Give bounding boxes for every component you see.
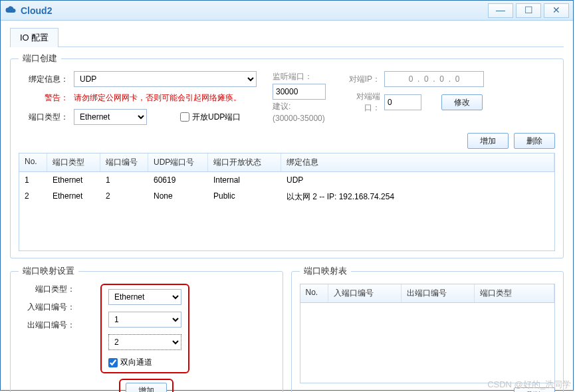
mcol-in: 入端口编号 bbox=[328, 284, 402, 302]
table-row[interactable]: 2 Ethernet 2 None Public 以太网 2 -- IP: 19… bbox=[19, 188, 554, 206]
delete-port-button[interactable]: 删除 bbox=[514, 133, 555, 149]
map-out-select[interactable]: 2 bbox=[108, 334, 181, 350]
col-port-type: 端口类型 bbox=[47, 153, 100, 171]
col-bind-info: 绑定信息 bbox=[281, 153, 554, 171]
dual-channel-checkbox[interactable]: 双向通道 bbox=[108, 357, 181, 368]
highlighted-inputs: Ethernet 1 2 双向通道 bbox=[100, 284, 189, 373]
window-title: Cloud2 bbox=[21, 5, 52, 16]
close-button[interactable]: ✕ bbox=[544, 3, 569, 18]
map-table: No. 入端口编号 出端口编号 端口类型 bbox=[300, 284, 556, 383]
col-open-state: 端口开放状态 bbox=[208, 153, 281, 171]
advice-label: 建议: bbox=[273, 101, 326, 112]
port-map-table-legend: 端口映射表 bbox=[300, 265, 351, 277]
open-udp-label: 开放UDP端口 bbox=[192, 112, 241, 123]
col-port-num: 端口编号 bbox=[100, 153, 148, 171]
map-out-label: 出端口编号： bbox=[19, 320, 75, 331]
add-port-button[interactable]: 增加 bbox=[467, 133, 509, 149]
dual-channel-label: 双向通道 bbox=[120, 357, 152, 368]
dual-channel-checkbox-input[interactable] bbox=[108, 358, 118, 367]
app-logo-icon bbox=[5, 5, 17, 17]
advice-text: (30000-35000) bbox=[273, 114, 326, 123]
port-map-table-group: 端口映射表 No. 入端口编号 出端口编号 端口类型 删除 bbox=[291, 265, 564, 392]
peer-ip-input[interactable] bbox=[384, 71, 484, 87]
listen-port-label: 监听端口： bbox=[273, 71, 326, 82]
port-create-group: 端口创建 绑定信息： UDP 警告： 请勿绑定公网网卡，否则可能会引起网络瘫痪。… bbox=[10, 52, 564, 258]
bind-label: 绑定信息： bbox=[19, 74, 68, 85]
peer-port-label: 对端端口： bbox=[342, 91, 380, 114]
port-type-label: 端口类型： bbox=[19, 112, 68, 123]
tab-bar: IO 配置 bbox=[10, 27, 564, 47]
port-map-config-legend: 端口映射设置 bbox=[19, 265, 78, 277]
minimize-button[interactable]: — bbox=[488, 3, 513, 18]
mcol-no: No. bbox=[300, 284, 328, 302]
peer-port-input[interactable] bbox=[384, 94, 421, 110]
peer-ip-label: 对端IP： bbox=[342, 74, 380, 85]
port-table: No. 端口类型 端口编号 UDP端口号 端口开放状态 绑定信息 1 Ether… bbox=[19, 153, 555, 251]
map-type-label: 端口类型： bbox=[19, 284, 75, 295]
modify-button[interactable]: 修改 bbox=[441, 94, 483, 110]
maximize-button[interactable]: ☐ bbox=[516, 3, 541, 18]
watermark: CSDN @好的_浩同学 bbox=[487, 379, 571, 391]
map-in-label: 入端口编号： bbox=[19, 302, 75, 313]
highlighted-add: 增加 bbox=[119, 379, 173, 392]
titlebar: Cloud2 — ☐ ✕ bbox=[1, 1, 573, 21]
table-row[interactable]: 1 Ethernet 1 60619 Internal UDP bbox=[19, 172, 554, 188]
col-no: No. bbox=[19, 153, 47, 171]
mcol-out: 出端口编号 bbox=[402, 284, 475, 302]
tab-io-config[interactable]: IO 配置 bbox=[10, 28, 58, 47]
bind-select[interactable]: UDP bbox=[74, 71, 257, 87]
open-udp-checkbox-input[interactable] bbox=[180, 112, 189, 122]
warn-label: 警告： bbox=[19, 92, 68, 104]
port-create-legend: 端口创建 bbox=[19, 52, 61, 64]
map-add-button[interactable]: 增加 bbox=[126, 383, 167, 392]
listen-port-input[interactable] bbox=[273, 84, 326, 100]
port-map-config-group: 端口映射设置 端口类型： 入端口编号： 出端口编号： Ethernet 1 2 … bbox=[10, 265, 283, 392]
open-udp-checkbox[interactable]: 开放UDP端口 bbox=[180, 112, 241, 123]
warn-text: 请勿绑定公网网卡，否则可能会引起网络瘫痪。 bbox=[74, 92, 241, 104]
mcol-type: 端口类型 bbox=[475, 284, 555, 302]
map-type-select[interactable]: Ethernet bbox=[108, 289, 181, 305]
port-type-select[interactable]: Ethernet bbox=[74, 109, 147, 125]
col-udp-port: UDP端口号 bbox=[148, 153, 208, 171]
map-in-select[interactable]: 1 bbox=[108, 312, 181, 328]
